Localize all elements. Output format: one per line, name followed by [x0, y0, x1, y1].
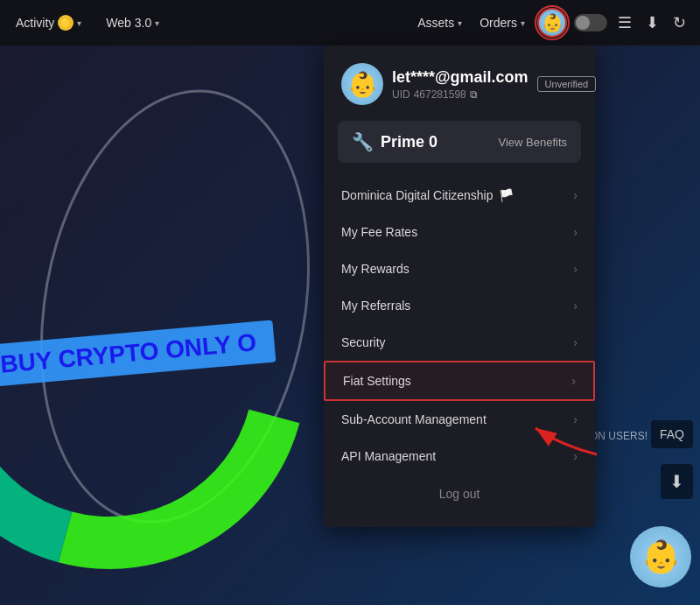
menu-item-fee-rates[interactable]: My Fee Rates ›: [324, 214, 595, 250]
menu-item-fiat-settings[interactable]: Fiat Settings ›: [324, 361, 595, 401]
download-button[interactable]: ⬇: [661, 464, 693, 499]
user-header: 👶 let****@gmail.com UID 467281598 ⧉ Unve…: [324, 46, 595, 114]
activity-nav[interactable]: Activity 🟡 ▾: [10, 11, 87, 34]
menu-item-dominica[interactable]: Dominica Digital Citizenship 🏳️ ›: [324, 177, 595, 214]
prime-icon: 🔧: [352, 131, 374, 152]
list-icon[interactable]: ☰: [614, 10, 635, 36]
assets-chevron: ▾: [458, 18, 462, 28]
assets-label: Assets: [417, 16, 454, 30]
unverified-badge: Unverified: [537, 76, 597, 92]
fiat-settings-label: Fiat Settings: [343, 374, 411, 388]
uid-label: UID: [392, 88, 410, 101]
download-icon[interactable]: ⬇: [642, 10, 662, 36]
topbar-right: Assets ▾ Orders ▾ 👶 ☰ ⬇ ↻: [412, 8, 690, 38]
uid-value: 467281598: [414, 88, 466, 101]
web3-chevron: ▾: [155, 18, 159, 28]
prime-label: Prime 0: [381, 133, 438, 151]
rewards-chevron: ›: [573, 262, 578, 276]
sub-account-label: Sub-Account Management: [341, 412, 486, 426]
user-avatar: 👶: [341, 63, 383, 105]
orders-nav[interactable]: Orders ▾: [474, 12, 530, 33]
refresh-icon[interactable]: ↻: [669, 10, 690, 36]
arrow-annotation: [527, 411, 606, 467]
topbar-left: Activity 🟡 ▾ Web 3.0 ▾: [10, 11, 412, 34]
web3-nav[interactable]: Web 3.0 ▾: [101, 12, 164, 33]
topbar: Activity 🟡 ▾ Web 3.0 ▾ Assets ▾ Orders ▾…: [0, 0, 700, 46]
referrals-label: My Referrals: [341, 299, 410, 313]
menu-item-security[interactable]: Security ›: [324, 324, 595, 361]
web3-label: Web 3.0: [106, 16, 151, 30]
theme-toggle[interactable]: [574, 14, 607, 32]
fee-rates-chevron: ›: [573, 225, 578, 239]
prime-left: 🔧 Prime 0: [352, 131, 438, 152]
fee-rates-label: My Fee Rates: [341, 225, 417, 239]
view-benefits-link[interactable]: View Benefits: [498, 136, 567, 149]
rewards-label: My Rewards: [341, 262, 410, 276]
security-chevron: ›: [573, 335, 578, 349]
user-info: let****@gmail.com UID 467281598 ⧉: [392, 68, 528, 101]
security-label: Security: [341, 335, 386, 349]
prime-card[interactable]: 🔧 Prime 0 View Benefits: [338, 121, 581, 163]
logout-button[interactable]: Log out: [324, 475, 595, 513]
bg-avatar-bottom: 👶: [630, 526, 691, 587]
user-email: let****@gmail.com: [392, 68, 528, 87]
activity-label: Activity: [16, 16, 54, 30]
api-label: API Management: [341, 449, 436, 463]
assets-nav[interactable]: Assets ▾: [412, 12, 467, 33]
activity-chevron: ▾: [77, 18, 81, 28]
activity-dot: 🟡: [58, 15, 74, 31]
orders-label: Orders: [480, 16, 517, 30]
faq-button[interactable]: FAQ: [651, 420, 693, 448]
dominica-icon: 🏳️: [499, 188, 514, 202]
dominica-chevron: ›: [573, 188, 578, 202]
user-avatar-button[interactable]: 👶: [537, 8, 567, 38]
menu-item-referrals[interactable]: My Referrals ›: [324, 287, 595, 324]
copy-icon[interactable]: ⧉: [470, 88, 478, 101]
referrals-chevron: ›: [573, 299, 578, 313]
orders-chevron: ▾: [521, 18, 525, 28]
menu-item-rewards[interactable]: My Rewards ›: [324, 250, 595, 287]
fiat-settings-chevron: ›: [571, 374, 576, 388]
dominica-label: Dominica Digital Citizenship: [341, 188, 494, 202]
user-uid: UID 467281598 ⧉: [392, 88, 528, 101]
